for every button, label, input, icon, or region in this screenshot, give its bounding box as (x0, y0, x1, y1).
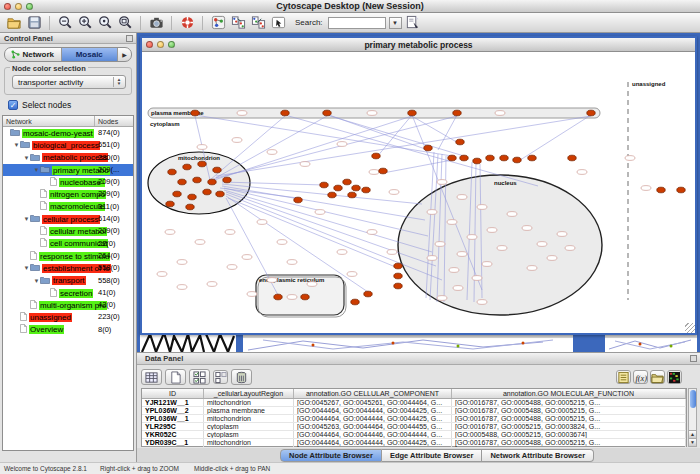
tab-overflow-button[interactable]: ▶ (118, 48, 131, 61)
graph-node-label-chip[interactable] (427, 210, 437, 215)
network-view-window[interactable]: primary metabolic process plasma membran… (140, 36, 697, 335)
graph-node[interactable] (186, 204, 194, 210)
zoom-selected-button[interactable] (96, 14, 114, 31)
graph-node[interactable] (281, 110, 289, 116)
graph-node[interactable] (328, 192, 336, 198)
tree-row[interactable]: response to stimulu264(0) (3, 250, 133, 262)
help-button[interactable] (178, 14, 196, 31)
graph-node[interactable] (364, 291, 372, 297)
graph-node-label-chip[interactable] (457, 252, 467, 257)
graph-node[interactable] (166, 201, 174, 207)
tree-expander-icon[interactable]: ▼ (33, 167, 40, 173)
import-attributes-button[interactable] (229, 14, 247, 31)
graph-node[interactable] (183, 164, 191, 170)
export-attributes-button[interactable] (249, 14, 267, 31)
zoom-in-button[interactable] (76, 14, 94, 31)
graph-node[interactable] (362, 187, 370, 193)
graph-node[interactable] (408, 110, 416, 116)
graph-node-label-chip[interactable] (389, 190, 399, 195)
graph-node-label-chip[interactable] (225, 230, 235, 235)
tab-node-attribute-browser[interactable]: Node Attribute Browser (280, 449, 382, 462)
table-column-header[interactable]: annotation.GO MOLECULAR_FUNCTION (452, 389, 686, 398)
graph-node-label-chip[interactable] (307, 282, 317, 287)
graph-node-label-chip[interactable] (487, 228, 497, 233)
graph-node[interactable] (320, 182, 328, 188)
graph-node-label-chip[interactable] (177, 285, 187, 290)
table-row[interactable]: YJR121W__1mitochondrion[GO:0045267, GO:0… (142, 399, 686, 407)
table-row[interactable]: YPL036W__2plasma membrane[GO:0044464, GO… (142, 407, 686, 415)
tree-row[interactable]: macromolecule311(0) (3, 201, 133, 213)
graph-node[interactable] (193, 177, 201, 183)
graph-node-label-chip[interactable] (482, 262, 492, 267)
search-options-button[interactable] (404, 14, 422, 31)
graph-node[interactable] (351, 299, 359, 305)
tree-row[interactable]: secretion41(0) (3, 287, 133, 299)
graph-node-label-chip[interactable] (157, 272, 167, 277)
table-row[interactable]: YDR039C__1mitochondrion[GO:0044464, GO:0… (142, 439, 686, 447)
graph-node-label-chip[interactable] (337, 250, 347, 255)
attribute-matrix-button[interactable] (667, 370, 682, 384)
network-graph[interactable]: plasma membranecytoplasmnucleusmitochond… (142, 52, 695, 333)
graph-node[interactable] (301, 294, 309, 300)
tree-expander-icon[interactable]: ▼ (23, 265, 30, 271)
graph-node-label-chip[interactable] (477, 205, 487, 210)
graph-node-label-chip[interactable] (537, 242, 547, 247)
table-row[interactable]: YKR052Ccytoplasm[GO:0044464, GO:0044446,… (142, 431, 686, 439)
tree-expander-icon[interactable]: ▼ (13, 142, 20, 148)
select-nodes-checkbox[interactable]: ✓ (8, 100, 18, 110)
graph-node-label-chip[interactable] (247, 292, 257, 297)
graph-node-label-chip[interactable] (457, 195, 467, 200)
graph-node[interactable] (513, 157, 521, 163)
graph-node[interactable] (528, 155, 536, 161)
save-session-button[interactable] (25, 14, 43, 31)
float-panel-icon[interactable] (690, 355, 697, 362)
graph-node-label-chip[interactable] (257, 220, 267, 225)
graph-node-label-chip[interactable] (527, 266, 537, 271)
graph-node[interactable] (213, 167, 221, 173)
attribute-editor-button[interactable] (616, 370, 631, 384)
graph-node[interactable] (486, 155, 494, 161)
graph-node-label-chip[interactable] (177, 260, 187, 265)
search-input[interactable] (328, 17, 386, 29)
scroll-down-icon[interactable]: ▼ (689, 438, 696, 446)
graph-node[interactable] (394, 283, 402, 289)
graph-node-label-chip[interactable] (195, 240, 205, 245)
graph-node-label-chip[interactable] (557, 232, 567, 237)
tree-row[interactable]: ▼transport558(0) (3, 275, 133, 287)
graph-node[interactable] (173, 191, 181, 197)
tree-row[interactable]: ▼primary metabo209(... (3, 164, 133, 176)
graph-node-label-chip[interactable] (227, 265, 237, 270)
tree-column-nodes[interactable]: Nodes (95, 116, 133, 126)
background-window-sliver[interactable] (605, 333, 697, 352)
graph-edge[interactable] (224, 190, 432, 252)
graph-node-label-chip[interactable] (547, 256, 557, 261)
graph-node-label-chip[interactable] (449, 268, 459, 273)
tree-expander-icon[interactable]: ▼ (33, 278, 40, 284)
graph-node-label-chip[interactable] (472, 276, 482, 281)
graph-node[interactable] (223, 177, 231, 183)
select-attributes-button[interactable] (189, 369, 210, 385)
tree-column-network[interactable]: Network (3, 116, 95, 126)
graph-node-label-chip[interactable] (447, 220, 457, 225)
graph-node[interactable] (178, 179, 186, 185)
graph-node-label-chip[interactable] (347, 272, 357, 277)
graph-node-label-chip[interactable] (477, 300, 487, 305)
graph-node-label-chip[interactable] (242, 255, 252, 260)
tree-row[interactable]: multi-organism pro42(0) (3, 299, 133, 311)
graph-node-label-chip[interactable] (337, 142, 347, 147)
delete-attribute-button[interactable] (231, 369, 252, 385)
graph-node[interactable] (208, 179, 216, 185)
window-resize-grip[interactable] (685, 323, 695, 333)
tab-network-attribute-browser[interactable]: Network Attribute Browser (482, 449, 594, 462)
graph-node-label-chip[interactable] (507, 212, 517, 217)
tab-edge-attribute-browser[interactable]: Edge Attribute Browser (382, 449, 482, 462)
graph-edge[interactable] (212, 116, 327, 180)
tree-row[interactable]: nucleobase-209(0) (3, 176, 133, 188)
tree-row[interactable]: nitrogen compo209(0) (3, 188, 133, 200)
graph-node[interactable] (216, 191, 224, 197)
graph-node-label-chip[interactable] (565, 246, 575, 251)
graph-node-label-chip[interactable] (207, 282, 217, 287)
graph-node[interactable] (191, 110, 199, 116)
vizmapper-button[interactable] (269, 14, 287, 31)
tab-mosaic[interactable]: Mosaic (62, 48, 119, 61)
